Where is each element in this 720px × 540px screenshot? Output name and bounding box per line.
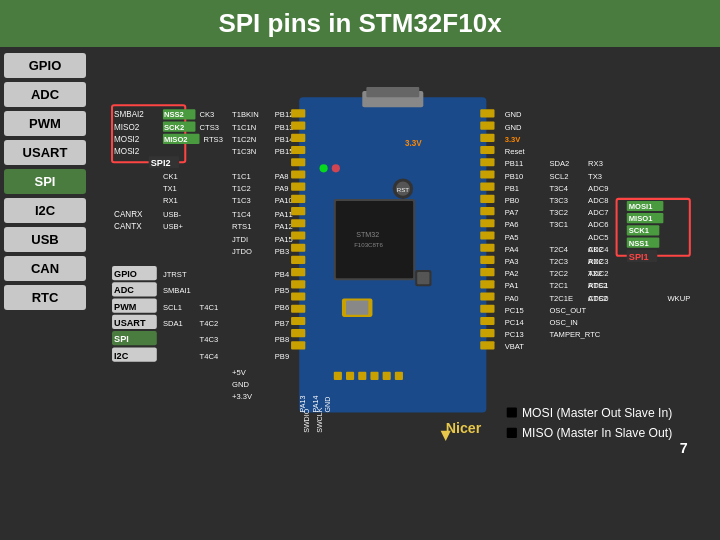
svg-point-193 — [332, 164, 340, 172]
svg-text:PA0: PA0 — [505, 294, 519, 303]
svg-text:T1BKIN: T1BKIN — [232, 111, 259, 120]
svg-rect-197 — [370, 372, 378, 380]
svg-text:T3C1: T3C1 — [549, 220, 568, 229]
svg-rect-143 — [291, 158, 305, 166]
svg-text:ADC7: ADC7 — [588, 208, 608, 217]
svg-text:PA15: PA15 — [275, 235, 293, 244]
svg-rect-178 — [480, 341, 494, 349]
svg-text:GND: GND — [232, 380, 249, 389]
svg-text:T3C4: T3C4 — [549, 184, 568, 193]
svg-text:GND: GND — [324, 397, 332, 413]
svg-text:TX3: TX3 — [588, 172, 602, 181]
svg-text:T1C3N: T1C3N — [232, 147, 256, 156]
svg-text:PA11: PA11 — [275, 210, 293, 219]
svg-text:PA12: PA12 — [275, 222, 293, 231]
svg-text:CK1: CK1 — [163, 172, 178, 181]
svg-rect-174 — [480, 292, 494, 300]
svg-rect-153 — [291, 280, 305, 288]
svg-text:PB10: PB10 — [505, 172, 524, 181]
svg-text:CTS3: CTS3 — [200, 123, 219, 132]
svg-text:PB9: PB9 — [275, 352, 289, 361]
svg-text:T4C1: T4C1 — [200, 303, 219, 312]
svg-text:RTS2: RTS2 — [588, 281, 607, 290]
svg-rect-156 — [291, 317, 305, 325]
board-container: SMBAI2 NSS2 CK3 T1BKIN PB12 MISO2 SCK2 C… — [110, 55, 700, 475]
svg-text:+3.3V: +3.3V — [232, 392, 253, 401]
sidebar-btn-usart[interactable]: USART — [4, 140, 86, 165]
svg-text:PB6: PB6 — [275, 303, 289, 312]
svg-text:GPIO: GPIO — [114, 269, 137, 279]
svg-text:SDA1: SDA1 — [163, 319, 183, 328]
svg-rect-146 — [291, 195, 305, 203]
svg-text:NSS2: NSS2 — [164, 111, 184, 120]
svg-text:PA6: PA6 — [505, 220, 519, 229]
svg-text:CK2: CK2 — [588, 245, 603, 254]
svg-rect-140 — [291, 122, 305, 130]
svg-text:T3C2: T3C2 — [549, 208, 568, 217]
svg-text:MOSI (Master Out Slave In): MOSI (Master Out Slave In) — [522, 406, 672, 420]
sidebar-btn-usb[interactable]: USB — [4, 227, 86, 252]
svg-text:Nicer: Nicer — [446, 420, 482, 436]
svg-text:CANRX: CANRX — [114, 210, 143, 219]
svg-text:MISO (Master In Slave Out): MISO (Master In Slave Out) — [522, 426, 672, 440]
svg-rect-175 — [480, 305, 494, 313]
svg-text:ADC5: ADC5 — [588, 233, 608, 242]
svg-rect-194 — [334, 372, 342, 380]
svg-rect-144 — [291, 170, 305, 178]
svg-rect-149 — [291, 231, 305, 239]
svg-text:PA2: PA2 — [505, 269, 519, 278]
svg-point-192 — [320, 164, 328, 172]
sidebar-btn-gpio[interactable]: GPIO — [4, 53, 86, 78]
svg-rect-154 — [291, 292, 305, 300]
svg-text:F103C8T6: F103C8T6 — [354, 241, 383, 248]
svg-text:RX2: RX2 — [588, 257, 603, 266]
svg-text:I2C: I2C — [114, 351, 129, 361]
svg-rect-177 — [480, 329, 494, 337]
svg-text:+5V: +5V — [232, 368, 247, 377]
sidebar-btn-i2c[interactable]: I2C — [4, 198, 86, 223]
sidebar-btn-pwm[interactable]: PWM — [4, 111, 86, 136]
sidebar-btn-spi[interactable]: SPI — [4, 169, 86, 194]
svg-text:T2C2: T2C2 — [549, 269, 568, 278]
svg-rect-151 — [291, 256, 305, 264]
svg-rect-180 — [366, 87, 419, 97]
svg-rect-139 — [291, 109, 305, 117]
svg-text:RST: RST — [397, 186, 409, 193]
svg-text:3.3V: 3.3V — [405, 139, 422, 148]
svg-text:SPI2: SPI2 — [151, 158, 171, 168]
svg-rect-142 — [291, 146, 305, 154]
svg-text:Reset: Reset — [505, 147, 526, 156]
svg-rect-164 — [480, 170, 494, 178]
svg-text:USART: USART — [114, 318, 146, 328]
svg-text:MISO1: MISO1 — [629, 214, 653, 223]
svg-rect-159 — [480, 109, 494, 117]
svg-text:T1C2: T1C2 — [232, 184, 251, 193]
svg-text:T2C1: T2C1 — [549, 281, 568, 290]
svg-text:PC15: PC15 — [505, 306, 524, 315]
svg-rect-157 — [291, 329, 305, 337]
svg-text:TAMPER_RTC: TAMPER_RTC — [549, 330, 600, 339]
svg-text:RX1: RX1 — [163, 196, 178, 205]
svg-text:SPI: SPI — [114, 334, 129, 344]
svg-rect-165 — [480, 183, 494, 191]
svg-rect-182 — [336, 201, 413, 278]
svg-rect-176 — [480, 317, 494, 325]
svg-text:PA3: PA3 — [505, 257, 519, 266]
svg-text:T4C2: T4C2 — [200, 319, 219, 328]
svg-text:SDA2: SDA2 — [549, 159, 569, 168]
svg-text:SCL1: SCL1 — [163, 303, 182, 312]
svg-text:T2C1E: T2C1E — [549, 294, 573, 303]
svg-text:MISO2: MISO2 — [164, 135, 188, 144]
svg-text:SMBAI1: SMBAI1 — [163, 286, 191, 295]
svg-text:T2C4: T2C4 — [549, 245, 568, 254]
svg-text:CTS2: CTS2 — [588, 294, 607, 303]
board-area: SMBAI2 NSS2 CK3 T1BKIN PB12 MISO2 SCK2 C… — [90, 47, 720, 535]
sidebar-btn-can[interactable]: CAN — [4, 256, 86, 281]
sidebar-btn-adc[interactable]: ADC — [4, 82, 86, 107]
svg-rect-195 — [346, 372, 354, 380]
svg-text:PC13: PC13 — [505, 330, 524, 339]
svg-text:SCK1: SCK1 — [629, 226, 650, 235]
sidebar-btn-rtc[interactable]: RTC — [4, 285, 86, 310]
svg-rect-162 — [480, 146, 494, 154]
svg-text:PA1: PA1 — [505, 281, 519, 290]
